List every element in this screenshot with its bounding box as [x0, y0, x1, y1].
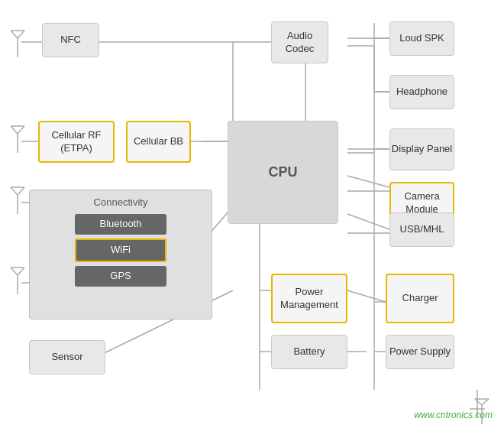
svg-line-56: [11, 187, 18, 195]
connectivity-box: Connectivity Bluetooth WiFi GPS: [29, 190, 212, 319]
nfc-box: NFC: [42, 23, 99, 57]
cpu-box: CPU: [228, 121, 338, 224]
svg-line-64: [475, 399, 482, 405]
loud-spk-box: Loud SPK: [389, 21, 454, 56]
sensor-box: Sensor: [29, 340, 105, 374]
svg-line-60: [11, 268, 18, 275]
cellular-rf-box: Cellular RF (ETPA): [38, 121, 115, 163]
audio-codec-box: Audio Codec: [271, 21, 328, 63]
headphone-box: Headphone: [389, 75, 454, 109]
svg-line-48: [11, 31, 18, 38]
gps-item: GPS: [75, 266, 166, 287]
antenna-3-icon: [9, 183, 26, 214]
usb-mhl-box: USB/MHL: [389, 212, 454, 247]
antenna-4-icon: [9, 264, 26, 294]
svg-line-49: [18, 31, 24, 38]
power-management-box: Power Management: [271, 274, 347, 323]
watermark: www.cntronics.com: [414, 410, 493, 420]
charger-box: Charger: [386, 274, 454, 323]
svg-line-11: [347, 176, 389, 187]
svg-line-57: [18, 187, 24, 195]
power-supply-box: Power Supply: [386, 335, 454, 369]
svg-line-61: [18, 268, 24, 275]
antenna-2-icon: [9, 122, 26, 153]
svg-line-53: [18, 126, 24, 134]
cellular-bb-box: Cellular BB: [126, 121, 191, 163]
svg-line-12: [347, 214, 389, 229]
svg-line-65: [482, 399, 489, 405]
display-panel-box: Display Panel: [389, 128, 454, 170]
antenna-1-icon: [9, 27, 26, 57]
bluetooth-item: Bluetooth: [75, 214, 166, 235]
svg-line-16: [347, 290, 386, 302]
connectivity-label: Connectivity: [94, 196, 148, 209]
svg-line-52: [11, 126, 18, 134]
battery-box: Battery: [271, 335, 347, 369]
wifi-item: WiFi: [75, 238, 166, 262]
